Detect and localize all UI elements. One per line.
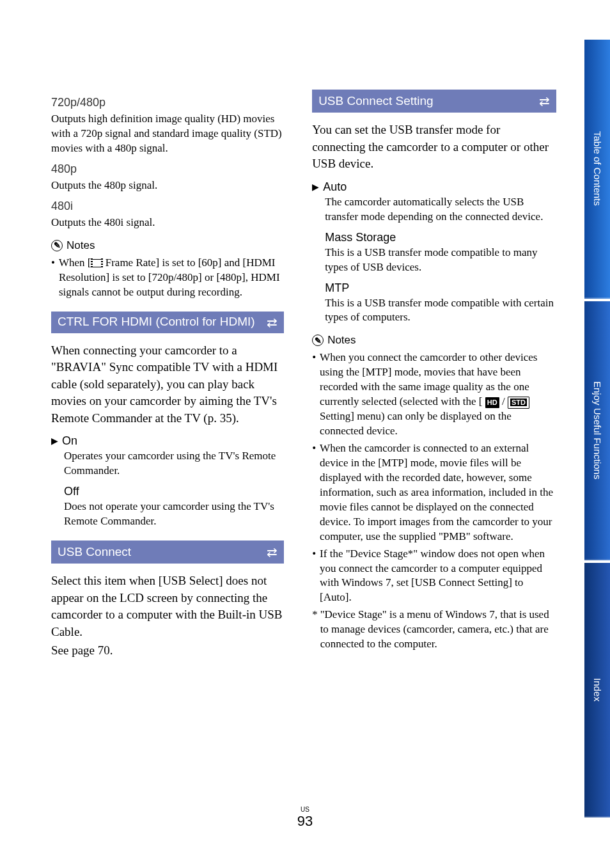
note-text: When [ Frame Rate] is set to [60p] and [… <box>59 256 284 300</box>
play-icon: ▶ <box>312 182 319 193</box>
notes-label: Notes <box>327 334 356 347</box>
option-label-on: On <box>62 434 77 448</box>
option-desc-mtp: This is a USB transfer mode compatible w… <box>325 296 556 326</box>
notes-label: Notes <box>66 239 95 252</box>
desc-480p: Outputs the 480p signal. <box>51 178 284 193</box>
option-desc-on: Operates your camcorder using the TV's R… <box>64 449 284 478</box>
page-number: US 93 <box>297 806 313 830</box>
side-tabs: Table of Contents Enjoy Useful Functions… <box>584 40 610 817</box>
left-column: 720p/480p Outputs high definition image … <box>51 90 284 667</box>
tab-table-of-contents[interactable]: Table of Contents <box>584 40 610 299</box>
option-label-mass: Mass Storage <box>325 231 396 244</box>
footnote-text: "Device Stage" is a menu of Windows 7, t… <box>320 608 556 652</box>
bullet-icon: • <box>312 547 316 606</box>
option-desc-auto: The camcorder automatically selects the … <box>325 195 556 225</box>
film-icon <box>91 259 102 267</box>
page-content: 720p/480p Outputs high definition image … <box>51 90 556 667</box>
option-auto: ▶ Auto <box>312 180 556 194</box>
note-item: • When you connect the camcorder to othe… <box>312 351 556 439</box>
footnote: * "Device Stage" is a menu of Windows 7,… <box>312 608 556 652</box>
tab-enjoy-useful-functions[interactable]: Enjoy Useful Functions <box>584 301 610 560</box>
desc-720p-480p: Outputs high definition image quality (H… <box>51 112 284 156</box>
usb-connect-intro: Select this item when [USB Select] does … <box>51 572 284 640</box>
note-item: • If the "Device Stage*" window does not… <box>312 547 556 606</box>
notes-header-right: ✎ Notes <box>312 334 556 347</box>
option-label-mtp: MTP <box>325 281 349 295</box>
note-item: • When [ Frame Rate] is set to [60p] and… <box>51 256 284 300</box>
section-title: USB Connect Setting <box>318 94 434 108</box>
option-label-auto: Auto <box>323 180 347 194</box>
option-mass-storage: Mass Storage <box>325 231 556 244</box>
desc-480i: Outputs the 480i signal. <box>51 216 284 230</box>
usb-connect-see-page: See page 70. <box>51 642 284 659</box>
std-badge-icon: STD <box>508 397 529 409</box>
heading-480i: 480i <box>51 200 284 213</box>
option-mtp: MTP <box>325 281 556 295</box>
section-usb-connect-setting: USB Connect Setting ⇄ <box>312 90 556 113</box>
note-item: • When the camcorder is connected to an … <box>312 441 556 544</box>
usb-setting-intro: You can set the USB transfer mode for co… <box>312 122 556 173</box>
region-label: US <box>297 806 313 813</box>
note-text: If the "Device Stage*" window does not o… <box>320 547 556 606</box>
ctrl-hdmi-intro: When connecting your camcorder to a "BRA… <box>51 342 284 427</box>
option-off: Off <box>64 485 284 498</box>
section-title: USB Connect <box>58 545 131 559</box>
right-column: USB Connect Setting ⇄ You can set the US… <box>312 90 556 667</box>
note-text: When you connect the camcorder to other … <box>320 351 556 439</box>
swap-icon: ⇄ <box>267 314 278 331</box>
swap-icon: ⇄ <box>539 93 550 109</box>
tab-index[interactable]: Index <box>584 563 610 817</box>
section-title: CTRL FOR HDMI (Control for HDMI) <box>58 314 255 330</box>
notes-icon: ✎ <box>51 240 63 251</box>
notes-header-left: ✎ Notes <box>51 239 284 252</box>
swap-icon: ⇄ <box>267 544 278 560</box>
bullet-icon: • <box>312 351 316 439</box>
notes-icon: ✎ <box>312 335 324 346</box>
bullet-icon: • <box>51 256 55 300</box>
section-ctrl-for-hdmi: CTRL FOR HDMI (Control for HDMI) ⇄ <box>51 312 284 333</box>
asterisk-icon: * <box>312 608 318 652</box>
bullet-icon: • <box>312 441 316 544</box>
option-label-off: Off <box>64 485 79 498</box>
option-desc-off: Does not operate your camcorder using th… <box>64 500 284 529</box>
note-text: When the camcorder is connected to an ex… <box>320 441 556 544</box>
heading-480p: 480p <box>51 162 284 176</box>
heading-720p-480p: 720p/480p <box>51 96 284 109</box>
option-on: ▶ On <box>51 434 284 448</box>
option-desc-mass: This is a USB transfer mode compatible t… <box>325 246 556 275</box>
hd-badge-icon: HD <box>485 397 499 408</box>
play-icon: ▶ <box>51 436 58 446</box>
section-usb-connect: USB Connect ⇄ <box>51 541 284 564</box>
page-num-value: 93 <box>297 813 313 830</box>
